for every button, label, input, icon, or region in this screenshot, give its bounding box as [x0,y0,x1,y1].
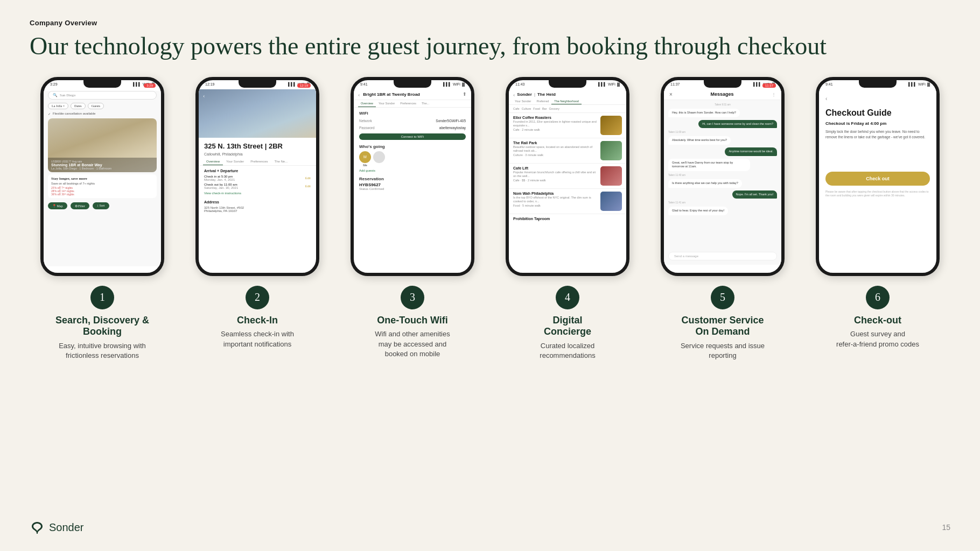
phone4-tabs: Your Sonder Preferred The Neighborhood [509,98,626,105]
step-desc-4: Curated localizedrecommendations [540,341,595,361]
tag-la-jolla[interactable]: La Jolla × [48,103,68,109]
place-img-nom-wah [600,192,622,211]
phone3-main: ‹ Bright 1BR at Twenty Broad ⬆ Overview … [354,89,471,193]
msg-time-1: Taken 9:31 am [668,103,777,106]
phone5-header-title: Messages [710,91,733,97]
wifi-icon-3: WiFi [453,82,460,86]
phone2-hero: ‹ [199,89,316,138]
signal-icon-4: ▌▌▌ [598,82,606,86]
phone-frame-5: 11:37 11:37 ▌▌▌ WiFi ▓ × Me [661,77,785,276]
signal-icon-3: ▌▌▌ [443,82,451,86]
phone5-messages-area: Taken 9:31 am Hey, this is Shawn from So… [664,100,781,243]
phone-wrapper-4: 11:43 ▌▌▌ WiFi ▓ ‹ Sonder | [506,77,629,276]
phone6-description: Simply lock the door behind you when you… [825,129,930,140]
phone-wrapper-2: 12:19 12:19 ▌▌▌ WiFi ▓ ‹ [195,77,319,276]
phone3-me-label: Me [359,164,371,167]
phone4-tab-preferred[interactable]: Preferred [534,98,551,104]
phone2-main: ‹ 325 N. 13th Street | 2BR Callowhill, P… [199,89,316,215]
phone1-content-area: 3:29 🔍 San Diego La Jolla × Dates Guests [44,87,161,267]
phone3-tab-sonder[interactable]: Your Sonder [376,100,397,107]
phone2-back-btn[interactable]: ‹ [203,93,205,98]
phone1-search-text: San Diego [60,93,75,97]
phone2-arrival-title: Arrival + Departure [204,169,311,173]
filter-grocery[interactable]: Grocery [549,107,559,110]
place-name-elixr: Elixr Coffee Roasters [513,116,597,119]
step-title-2: Check-In [237,315,278,327]
phone1-map-btn[interactable]: 📍 Map [48,202,67,209]
phone-wrapper-3: 9:41 ▌▌▌ WiFi ▓ ‹ Bright 1BR at Twenty B… [351,77,474,276]
phone5-menu-icon[interactable]: ⋮ [772,92,776,97]
place-info-nom-wah: Nom Wah Philadelphia Is the top BYO offs… [513,192,597,207]
phone2-checkout-date: Saturday, Jan. 30, 2021 [204,186,238,189]
step-title-3: One-Touch Wifi [377,315,447,327]
place-name-prohibition: Prohibition Taproom [509,214,626,223]
phone4-main: ‹ Sonder | The Heid Your Sonder Preferre… [509,89,626,223]
phone4-tab-neighborhood[interactable]: The Neighborhood [551,98,582,104]
phone2-subaddress: Callowhill, Philadelphia [199,152,316,158]
place-item-nom-wah[interactable]: Nom Wah Philadelphia Is the top BYO offs… [509,189,626,214]
phone2-checkin-edit[interactable]: Edit [305,176,311,180]
phone4-tab-sonder[interactable]: Your Sonder [512,98,534,104]
phone1-filter-btn[interactable]: ⚙ Filter [71,202,90,209]
place-img-rail [600,141,622,160]
phone4-filters: Cafe Culture Food Bar Grocery [509,105,626,113]
phone1-search-bar[interactable]: 🔍 San Diego [48,91,157,100]
filter-food[interactable]: Food [533,107,540,110]
tag-dates[interactable]: Dates [71,103,86,109]
place-desc-cafe-lift: Popular American brunch/lunch cafe offer… [513,171,597,178]
place-item-cafe-lift[interactable]: Cafe Lift Popular American brunch/lunch … [509,164,626,189]
phone3-tab-overview[interactable]: Overview [358,100,376,107]
phone3-connect-btn[interactable]: Connect to WiFi [359,133,466,140]
phone2-checkout-edit[interactable]: Edit [305,185,311,188]
phone3-title: Bright 1BR at Twenty Broad [363,92,459,97]
step-desc-5: Service requests and issuereporting [681,341,765,361]
tag-guests[interactable]: Guests [88,103,104,109]
page-number: 15 [942,523,950,532]
phone-time-5: 11:37 [670,82,680,86]
phone3-tab-more[interactable]: The... [419,100,432,107]
phone3-add-guests-btn[interactable]: Add guests [359,169,466,172]
place-info-elixr: Elixr Coffee Roasters Founded in 2011, E… [513,116,597,131]
phone6-checkout-btn[interactable]: Check out [825,172,930,186]
place-meta-elixr: Cafe · 2 minute walk [513,128,597,131]
phone5-header: × Messages ⋮ [664,89,781,100]
phone2-address-section: Address 325 North 13th Street, #502 Phil… [199,198,316,215]
phone6-back-btn[interactable]: ‹ [825,96,930,102]
phone1-img-overlay: US$808 US$177 Avg rate Stunning 1BR at B… [48,158,157,172]
wifi-icon-6: WiFi [918,82,926,86]
msg-time-2: Taken 11:09 am [668,131,777,133]
page-container: Company Overview Our technology powers t… [0,0,980,551]
phone4-back-btn[interactable]: ‹ [513,91,515,97]
phone-column-3: 9:41 ▌▌▌ WiFi ▓ ‹ Bright 1BR at Twenty B… [340,77,485,359]
place-item-rail[interactable]: The Rail Park Beautiful outdoor space, l… [509,138,626,164]
phone-wrapper-6: 9:41 ▌▌▌ WiFi ▓ ‹ Checkout Guide Checkou… [816,77,940,276]
phone5-close-btn[interactable]: × [669,91,673,97]
phone3-avatar-ghost [373,151,385,163]
phone3-tab-prefs[interactable]: Preferences [397,100,419,107]
phone2-tab-prefs[interactable]: Preferences [247,158,271,165]
phone3-going-title: Who's going [359,144,466,149]
msg-bubble-2: Hi, can I have someone come by and clean… [698,120,777,129]
place-item-elixr[interactable]: Elixr Coffee Roasters Founded in 2011, E… [509,113,626,138]
phone1-bottom-bar: 📍 Map ⚙ Filter ↕ Sort [44,200,161,211]
msg-bubble-8: Glad to hear. Enjoy the rest of your day… [668,207,728,215]
phone3-back-btn[interactable]: ‹ [358,91,360,97]
msg-bubble-6: Is there anything else we can help you w… [668,179,742,188]
phone2-tab-overview[interactable]: Overview [203,158,223,165]
filter-bar[interactable]: Bar [542,107,547,110]
phone1-sort-btn[interactable]: ↕ Sort [93,202,109,209]
signal-icon-2: ▌▌▌ [288,82,296,86]
phone1-main: 3:29 🔍 San Diego La Jolla × Dates Guests [44,91,161,266]
company-overview-label: Company Overview [30,19,950,27]
phone1-property-sub: La Jolla, San Diego · 1 Bedroom · 1 Bath… [51,167,153,170]
phone2-tab-sonder[interactable]: Your Sonder [223,158,247,165]
share-icon-p3[interactable]: ⬆ [463,91,467,97]
filter-cafe[interactable]: Cafe [513,107,520,110]
place-name-nom-wah: Nom Wah Philadelphia [513,192,597,195]
place-img-elixr [600,116,622,135]
phone2-checkin-instructions[interactable]: View check-in instructions [204,192,311,195]
phone2-tab-more[interactable]: The Ne... [271,158,291,165]
phone5-message-input[interactable]: Send a message [668,252,777,260]
phone6-checkout-time: Checkout is Friday at 4:00 pm [825,121,930,126]
filter-culture[interactable]: Culture [522,107,531,110]
